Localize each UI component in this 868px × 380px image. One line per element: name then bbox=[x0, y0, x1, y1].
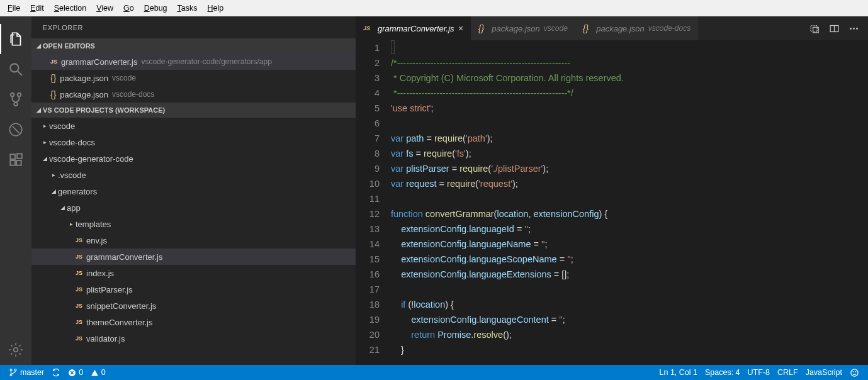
svg-point-3 bbox=[14, 103, 17, 106]
status-bar: master 0 0 Ln 1, Col 1 Spaces: 4 UTF-8 C… bbox=[0, 365, 868, 380]
svg-point-14 bbox=[853, 28, 855, 30]
status-sync[interactable] bbox=[48, 368, 64, 377]
svg-point-20 bbox=[851, 369, 858, 376]
svg-rect-6 bbox=[10, 160, 15, 165]
svg-point-15 bbox=[856, 28, 858, 30]
code-editor[interactable]: 123456789101112131415161718192021 /*----… bbox=[356, 40, 868, 365]
svg-point-18 bbox=[10, 374, 12, 376]
svg-point-0 bbox=[10, 64, 18, 72]
status-encoding[interactable]: UTF-8 bbox=[744, 368, 774, 377]
menu-debug[interactable]: Debug bbox=[139, 2, 172, 14]
file-item[interactable]: JSenv.js bbox=[31, 232, 356, 249]
sidebar: EXPLORER ◢OPEN EDITORS JSgrammarConverte… bbox=[31, 16, 356, 365]
folder-item[interactable]: ◢vscode-generator-code bbox=[31, 150, 356, 167]
menu-file[interactable]: File bbox=[3, 2, 25, 14]
file-item[interactable]: JSplistParser.js bbox=[31, 281, 356, 298]
activity-extensions[interactable] bbox=[0, 145, 31, 175]
status-eol[interactable]: CRLF bbox=[774, 368, 802, 377]
menu-selection[interactable]: Selection bbox=[49, 2, 91, 14]
activity-bar bbox=[0, 16, 31, 365]
code-content[interactable]: /*--------------------------------------… bbox=[391, 40, 868, 365]
activity-scm[interactable] bbox=[0, 84, 31, 115]
menu-help[interactable]: Help bbox=[203, 2, 229, 14]
status-spaces[interactable]: Spaces: 4 bbox=[701, 368, 744, 377]
svg-point-16 bbox=[10, 369, 12, 371]
folder-item[interactable]: ◢app bbox=[31, 199, 356, 216]
svg-point-1 bbox=[11, 93, 14, 96]
sidebar-title: EXPLORER bbox=[31, 16, 356, 38]
status-language[interactable]: JavaScript bbox=[802, 368, 846, 377]
open-editor-item[interactable]: {}package.jsonvscode-docs bbox=[31, 86, 356, 103]
folder-item[interactable]: ◢generators bbox=[31, 183, 356, 199]
status-lncol[interactable]: Ln 1, Col 1 bbox=[656, 368, 701, 377]
folder-item[interactable]: ▸vscode-docs bbox=[31, 134, 356, 150]
file-item[interactable]: JSgrammarConverter.js bbox=[31, 249, 356, 265]
menu-bar: File Edit Selection View Go Debug Tasks … bbox=[0, 0, 868, 16]
svg-rect-10 bbox=[811, 25, 817, 31]
menu-tasks[interactable]: Tasks bbox=[172, 2, 203, 14]
svg-point-21 bbox=[853, 371, 854, 372]
status-branch[interactable]: master bbox=[5, 368, 48, 377]
file-item[interactable]: JSvalidator.js bbox=[31, 330, 356, 347]
svg-point-9 bbox=[14, 348, 18, 352]
activity-debug[interactable] bbox=[0, 115, 31, 145]
svg-rect-11 bbox=[813, 27, 819, 33]
svg-point-13 bbox=[850, 28, 852, 30]
folder-item[interactable]: ▸templates bbox=[31, 216, 356, 232]
svg-point-2 bbox=[18, 93, 21, 96]
file-item[interactable]: JSindex.js bbox=[31, 265, 356, 281]
editor-tab[interactable]: {}package.jsonvscode bbox=[471, 16, 575, 40]
workspace-header[interactable]: ◢VS CODE PROJECTS (WORKSPACE) bbox=[31, 103, 356, 118]
open-editors-header[interactable]: ◢OPEN EDITORS bbox=[31, 38, 356, 53]
status-problems[interactable]: 0 0 bbox=[64, 368, 109, 377]
editor-actions bbox=[809, 16, 868, 40]
menu-view[interactable]: View bbox=[91, 2, 118, 14]
split-icon[interactable] bbox=[829, 23, 840, 34]
menu-go[interactable]: Go bbox=[118, 2, 139, 14]
svg-rect-7 bbox=[16, 160, 21, 165]
svg-rect-8 bbox=[17, 154, 22, 159]
folder-item[interactable]: ▸.vscode bbox=[31, 167, 356, 183]
svg-point-17 bbox=[14, 369, 16, 371]
file-item[interactable]: JSsnippetConverter.js bbox=[31, 298, 356, 314]
more-icon[interactable] bbox=[848, 23, 859, 34]
editor-tab[interactable]: JSgrammarConverter.js× bbox=[356, 16, 471, 40]
editor-group: JSgrammarConverter.js×{}package.jsonvsco… bbox=[356, 16, 868, 365]
editor-tab[interactable]: {}package.jsonvscode-docs bbox=[575, 16, 698, 40]
compare-icon[interactable] bbox=[809, 23, 820, 34]
close-icon[interactable]: × bbox=[458, 23, 463, 33]
file-item[interactable]: JSthemeConverter.js bbox=[31, 314, 356, 330]
folder-item[interactable]: ▸vscode bbox=[31, 118, 356, 134]
activity-settings[interactable] bbox=[0, 335, 31, 365]
file-tree: ▸vscode▸vscode-docs◢vscode-generator-cod… bbox=[31, 118, 356, 365]
svg-point-22 bbox=[855, 371, 856, 372]
menu-edit[interactable]: Edit bbox=[25, 2, 49, 14]
tab-bar: JSgrammarConverter.js×{}package.jsonvsco… bbox=[356, 16, 868, 40]
status-feedback[interactable] bbox=[846, 368, 863, 377]
svg-rect-5 bbox=[10, 154, 15, 159]
gutter: 123456789101112131415161718192021 bbox=[356, 40, 391, 365]
activity-explorer[interactable] bbox=[0, 24, 31, 54]
open-editor-item[interactable]: {}package.jsonvscode bbox=[31, 70, 356, 86]
open-editors-list: JSgrammarConverter.jsvscode-generator-co… bbox=[31, 53, 356, 103]
open-editor-item[interactable]: JSgrammarConverter.jsvscode-generator-co… bbox=[31, 53, 356, 70]
activity-search[interactable] bbox=[0, 54, 31, 84]
